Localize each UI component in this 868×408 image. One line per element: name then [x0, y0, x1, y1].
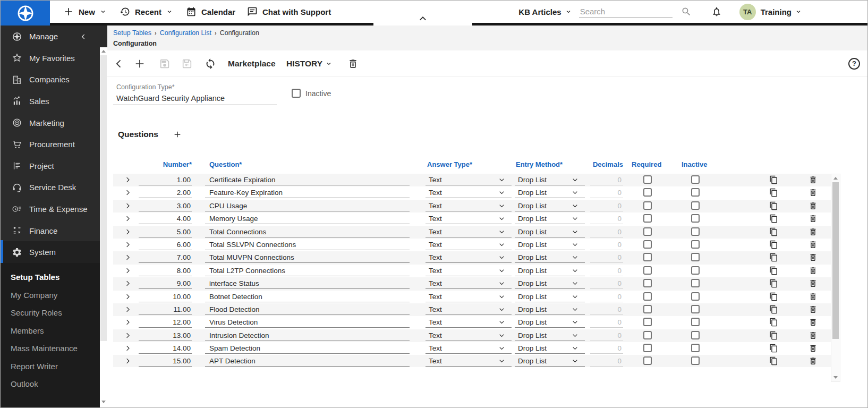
row-required-checkbox[interactable]	[643, 214, 652, 223]
row-required-checkbox[interactable]	[643, 240, 652, 249]
row-required-checkbox[interactable]	[643, 331, 652, 339]
row-required-checkbox[interactable]	[643, 253, 652, 261]
delete-row-icon[interactable]	[809, 356, 818, 366]
row-question-field[interactable]: Intrusion Detection	[205, 330, 410, 341]
copy-row-icon[interactable]	[769, 201, 778, 210]
row-question-field[interactable]: Total MUVPN Connections	[205, 252, 410, 263]
row-decimals-field[interactable]: 0	[590, 355, 623, 367]
avatar[interactable]: TA	[739, 4, 756, 20]
row-number-field[interactable]: 4.00	[139, 213, 192, 224]
row-expand-chevron-icon[interactable]	[124, 176, 132, 184]
row-expand-chevron-icon[interactable]	[124, 357, 132, 365]
copy-row-icon[interactable]	[769, 292, 778, 301]
row-inactive-checkbox[interactable]	[691, 227, 700, 236]
copy-row-icon[interactable]	[769, 253, 778, 262]
search-input[interactable]	[579, 6, 673, 18]
scroll-up-arrow[interactable]	[101, 50, 106, 53]
copy-row-icon[interactable]	[769, 279, 778, 288]
row-entry-method-select[interactable]: Drop List	[515, 265, 585, 276]
inactive-checkbox[interactable]	[292, 89, 301, 98]
row-number-field[interactable]: 7.00	[139, 252, 192, 263]
delete-row-icon[interactable]	[809, 266, 818, 275]
row-required-checkbox[interactable]	[643, 344, 652, 352]
row-question-field[interactable]: Total Connections	[205, 226, 410, 237]
row-answer-type-select[interactable]: Text	[426, 278, 512, 289]
sidebar-subitem-mass-maintenance[interactable]: Mass Maintenance	[1, 339, 107, 358]
kb-articles-menu[interactable]: KB Articles	[518, 7, 571, 16]
row-number-field[interactable]: 6.00	[139, 239, 192, 250]
sidebar-item-my-favorites[interactable]: My Favorites	[1, 47, 107, 69]
copy-row-icon[interactable]	[769, 188, 778, 197]
row-number-field[interactable]: 13.00	[139, 330, 192, 341]
column-header-number[interactable]: Number*	[145, 160, 192, 168]
row-question-field[interactable]: Virus Detection	[205, 317, 410, 328]
row-inactive-checkbox[interactable]	[691, 344, 700, 352]
search-icon[interactable]	[681, 6, 692, 17]
row-required-checkbox[interactable]	[643, 188, 652, 197]
column-header-entry-method[interactable]: Entry Method*	[516, 160, 563, 168]
calendar-button[interactable]: Calendar	[186, 1, 235, 23]
save-and-close-button[interactable]	[181, 58, 193, 70]
delete-row-icon[interactable]	[809, 201, 818, 210]
breadcrumb-link-setup-tables[interactable]: Setup Tables	[113, 29, 151, 37]
copy-row-icon[interactable]	[769, 214, 778, 223]
row-entry-method-select[interactable]: Drop List	[515, 174, 585, 185]
row-answer-type-select[interactable]: Text	[426, 200, 512, 211]
sidebar-subitem-members[interactable]: Members	[1, 322, 107, 340]
scroll-down-arrow[interactable]	[101, 401, 106, 403]
row-decimals-field[interactable]: 0	[590, 304, 623, 315]
row-entry-method-select[interactable]: Drop List	[515, 187, 585, 198]
row-inactive-checkbox[interactable]	[691, 175, 700, 184]
collapse-sidebar-icon[interactable]	[80, 33, 87, 40]
row-decimals-field[interactable]: 0	[590, 187, 623, 198]
row-answer-type-select[interactable]: Text	[426, 174, 512, 185]
row-question-field[interactable]: Spam Detection	[205, 343, 410, 354]
row-entry-method-select[interactable]: Drop List	[515, 317, 585, 328]
row-inactive-checkbox[interactable]	[691, 188, 700, 197]
row-answer-type-select[interactable]: Text	[426, 343, 512, 354]
row-decimals-field[interactable]: 0	[590, 200, 623, 211]
scroll-down-arrow[interactable]	[833, 376, 838, 379]
row-decimals-field[interactable]: 0	[590, 265, 623, 276]
column-header-question[interactable]: Question*	[209, 160, 242, 168]
delete-row-icon[interactable]	[809, 279, 818, 288]
marketplace-button[interactable]: Marketplace	[228, 59, 276, 69]
row-inactive-checkbox[interactable]	[691, 292, 700, 301]
copy-row-icon[interactable]	[769, 331, 778, 340]
row-number-field[interactable]: 5.00	[139, 226, 192, 237]
sidebar-subitem-security-roles[interactable]: Security Roles	[1, 304, 107, 322]
delete-row-icon[interactable]	[809, 292, 818, 301]
row-inactive-checkbox[interactable]	[691, 214, 700, 223]
delete-row-icon[interactable]	[809, 240, 818, 249]
config-type-field[interactable]: WatchGuard Security Appliance	[113, 92, 277, 105]
row-inactive-checkbox[interactable]	[691, 266, 700, 275]
row-required-checkbox[interactable]	[643, 305, 652, 313]
chat-support-button[interactable]: Chat with Support	[247, 1, 331, 23]
row-expand-chevron-icon[interactable]	[124, 344, 132, 352]
save-button[interactable]	[159, 58, 171, 70]
row-required-checkbox[interactable]	[643, 266, 652, 275]
delete-row-icon[interactable]	[809, 188, 818, 197]
copy-row-icon[interactable]	[769, 344, 778, 353]
scrollbar-thumb[interactable]	[832, 182, 839, 339]
row-decimals-field[interactable]: 0	[590, 291, 623, 302]
delete-row-icon[interactable]	[809, 227, 818, 236]
copy-row-icon[interactable]	[769, 240, 778, 249]
account-menu-label[interactable]: Training	[761, 7, 792, 16]
row-question-field[interactable]: Feature-Key Expiration	[205, 187, 410, 198]
copy-row-icon[interactable]	[769, 227, 778, 236]
refresh-button[interactable]	[205, 58, 216, 70]
row-number-field[interactable]: 1.00	[139, 174, 192, 185]
row-number-field[interactable]: 8.00	[139, 265, 192, 276]
row-required-checkbox[interactable]	[643, 318, 652, 326]
sidebar-subitem-setup-tables[interactable]: Setup Tables	[1, 268, 107, 286]
row-answer-type-select[interactable]: Text	[426, 304, 512, 315]
row-number-field[interactable]: 2.00	[139, 187, 192, 198]
brand-logo[interactable]	[1, 1, 50, 26]
row-required-checkbox[interactable]	[643, 201, 652, 210]
row-question-field[interactable]: Certificate Expiration	[205, 174, 410, 185]
row-answer-type-select[interactable]: Text	[426, 187, 512, 198]
row-entry-method-select[interactable]: Drop List	[515, 278, 585, 289]
row-entry-method-select[interactable]: Drop List	[515, 304, 585, 315]
row-inactive-checkbox[interactable]	[691, 356, 700, 365]
